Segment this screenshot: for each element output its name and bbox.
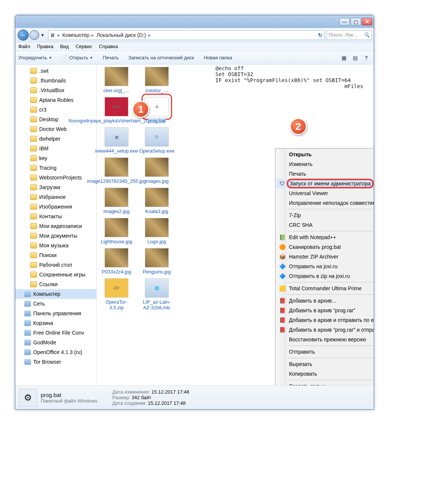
- sidebar-item[interactable]: Избранное: [15, 192, 96, 202]
- ctx-rar-named-email[interactable]: 📕Добавить в архив "prog.rar" и отправить…: [276, 325, 374, 335]
- sidebar-item-label: .VirtualBox: [39, 87, 64, 93]
- file-item[interactable]: Logo.jpg: [140, 218, 174, 244]
- sidebar-item[interactable]: .thumbnails: [15, 76, 96, 85]
- ctx-edit[interactable]: Изменить: [276, 159, 374, 169]
- ctx-compat-troubleshoot[interactable]: Исправление неполадок совместимости: [276, 198, 374, 208]
- sidebar-item[interactable]: WebstormProjects: [15, 173, 96, 182]
- ctx-edit-notepadpp[interactable]: 📗Edit with Notepad++: [276, 232, 374, 242]
- ctx-universal-viewer[interactable]: Universal Viewer: [276, 188, 374, 198]
- ctx-7zip[interactable]: 7-Zip: [276, 210, 374, 220]
- close-button[interactable]: ✕: [362, 18, 372, 25]
- file-thumb: MP3: [105, 97, 128, 116]
- file-item[interactable]: 🌐LIP_az-Latn-AZ-32bit.mlc: [140, 278, 174, 310]
- sidebar-item[interactable]: Изображения: [15, 202, 96, 212]
- sidebar-item[interactable]: .swt: [15, 66, 96, 76]
- menu-file[interactable]: Файл: [18, 44, 30, 49]
- ctx-separator: [287, 294, 374, 295]
- folder-icon: [30, 97, 37, 103]
- sidebar-item[interactable]: Ссылки: [15, 279, 96, 289]
- view-mode-icon[interactable]: ▦: [339, 53, 348, 62]
- nav-back-button[interactable]: ←: [18, 29, 29, 41]
- ctx-create-shortcut[interactable]: Создать ярлык: [276, 381, 374, 385]
- sidebar-item[interactable]: GodMode: [15, 338, 96, 347]
- preview-pane-icon[interactable]: ▤: [351, 53, 360, 62]
- file-item[interactable]: ZIPOperaTor-3.5.zip: [100, 278, 133, 310]
- file-item[interactable]: OOperaSetup.exe: [140, 127, 174, 154]
- file-item[interactable]: Penguins.jpg: [140, 248, 174, 275]
- file-item[interactable]: Koala3.jpg: [140, 188, 174, 214]
- ctx-joxi-zip[interactable]: 🔷Отправить в zip на joxi.ru: [276, 271, 374, 281]
- file-item[interactable]: image1290762340_255.jpg: [100, 157, 133, 184]
- minimize-button[interactable]: —: [339, 18, 350, 25]
- ctx-print[interactable]: Печать: [276, 169, 374, 179]
- sidebar-item[interactable]: Моя музыка: [15, 241, 96, 250]
- file-item[interactable]: P033x2z4.jpg: [100, 248, 133, 275]
- ctx-restore-previous[interactable]: Восстановить прежнюю версию: [276, 335, 374, 344]
- sidebar-item[interactable]: Корзина: [15, 318, 96, 328]
- ctx-joxi-send[interactable]: 🔷Отправить на joxi.ru: [276, 262, 374, 271]
- sidebar-item[interactable]: Мои документы: [15, 231, 96, 241]
- print-button[interactable]: Печать: [103, 55, 119, 60]
- sidebar-item-label: Избранное: [39, 194, 66, 200]
- maximize-button[interactable]: ▢: [351, 18, 361, 25]
- sidebar-item[interactable]: Мои видеозаписи: [15, 221, 96, 231]
- address-bar[interactable]: 🖥 ▸ Компьютер ▸ Локальный диск (D:) ▸ ↻: [48, 30, 324, 40]
- file-item[interactable]: MP3Novogodnyaya_playkaVstrecham_2012_g…: [100, 97, 133, 123]
- sidebar-item[interactable]: cr3: [15, 105, 96, 115]
- ctx-rar-add[interactable]: 📕Добавить в архив...: [276, 296, 374, 306]
- sidebar-item[interactable]: Контакты: [15, 212, 96, 221]
- sidebar-item[interactable]: IBM: [15, 144, 96, 153]
- file-label: zolotov_…: [145, 88, 168, 93]
- file-item[interactable]: images2.jpg: [100, 188, 133, 214]
- sidebar-item[interactable]: Aptana Rubles: [15, 95, 96, 105]
- sidebar-item[interactable]: OpenOffice 4.1.3 (ru): [15, 347, 96, 357]
- refresh-icon[interactable]: ↻: [318, 32, 323, 38]
- sidebar-item[interactable]: Компьютер: [15, 289, 96, 299]
- ctx-copy[interactable]: Копировать: [276, 369, 374, 379]
- ctx-total-commander[interactable]: 🟨Total Commander Ultima Prime: [276, 284, 374, 293]
- folder-icon: [30, 78, 37, 84]
- menu-edit[interactable]: Правка: [37, 44, 53, 49]
- file-item[interactable]: ▦iview444_setup.exe: [100, 127, 133, 154]
- sidebar-item[interactable]: Рабочий стол: [15, 260, 96, 270]
- ctx-hamster-zip[interactable]: 📦Hamster ZIP Archiver: [276, 252, 374, 262]
- file-item[interactable]: Lighthouse.jpg: [100, 218, 133, 244]
- burn-button[interactable]: Записать на оптический диск: [128, 55, 194, 60]
- nav-history-dropdown[interactable]: ▾: [39, 30, 46, 40]
- sidebar-item[interactable]: Поиски: [15, 250, 96, 260]
- menu-view[interactable]: Вид: [60, 44, 69, 49]
- sidebar-item[interactable]: Панель управления: [15, 309, 96, 318]
- new-folder-button[interactable]: Новая папка: [204, 55, 232, 60]
- help-icon[interactable]: ?: [362, 53, 371, 62]
- ctx-rar-email[interactable]: 📕Добавить в архив и отправить по e-mail.…: [276, 315, 374, 325]
- ctx-crc-sha[interactable]: CRC SHA: [276, 220, 374, 230]
- ctx-rar-add-named[interactable]: 📕Добавить в архив "prog.rar": [276, 306, 374, 315]
- sidebar-item[interactable]: dwhelper: [15, 134, 96, 144]
- menu-help[interactable]: Справка: [99, 44, 118, 49]
- breadcrumb-drive[interactable]: Локальный диск (D:): [96, 32, 146, 38]
- file-item[interactable]: zolotov_…: [140, 67, 174, 93]
- ctx-open[interactable]: Открыть: [276, 150, 374, 159]
- file-item[interactable]: images.jpg: [140, 157, 174, 184]
- sidebar-item[interactable]: key: [15, 153, 96, 163]
- sidebar-item[interactable]: .VirtualBox: [15, 85, 96, 95]
- sidebar-item[interactable]: Tor Browser: [15, 357, 96, 367]
- menu-tools[interactable]: Сервис: [75, 44, 92, 49]
- ctx-cut[interactable]: Вырезать: [276, 359, 374, 369]
- sidebar-item[interactable]: Сохраненные игры: [15, 270, 96, 279]
- open-button[interactable]: 📄 Открыть▼: [62, 55, 93, 60]
- ctx-scan[interactable]: 🟠Сканировать prog.bat: [276, 242, 374, 252]
- ctx-send-to[interactable]: Отправить: [276, 347, 374, 357]
- sidebar-item[interactable]: Tracing: [15, 163, 96, 173]
- search-input[interactable]: Поиск: Лок… 🔍: [327, 30, 371, 40]
- sidebar-item[interactable]: Doctor Web: [15, 124, 96, 134]
- sidebar-item[interactable]: Сеть: [15, 299, 96, 309]
- nav-forward-button[interactable]: →: [29, 30, 39, 40]
- breadcrumb-computer[interactable]: Компьютер: [62, 32, 89, 38]
- organize-button[interactable]: Упорядочить▼: [18, 55, 52, 60]
- toolbar: Упорядочить▼ 📄 Открыть▼ Печать Записать …: [15, 51, 374, 65]
- sidebar-item[interactable]: Загрузки: [15, 182, 96, 192]
- ctx-run-as-admin[interactable]: 🛡 Запуск от имени администратора: [276, 179, 374, 188]
- sidebar-item[interactable]: Free Online File Conv: [15, 328, 96, 338]
- file-item[interactable]: cker.org]_…: [100, 67, 133, 93]
